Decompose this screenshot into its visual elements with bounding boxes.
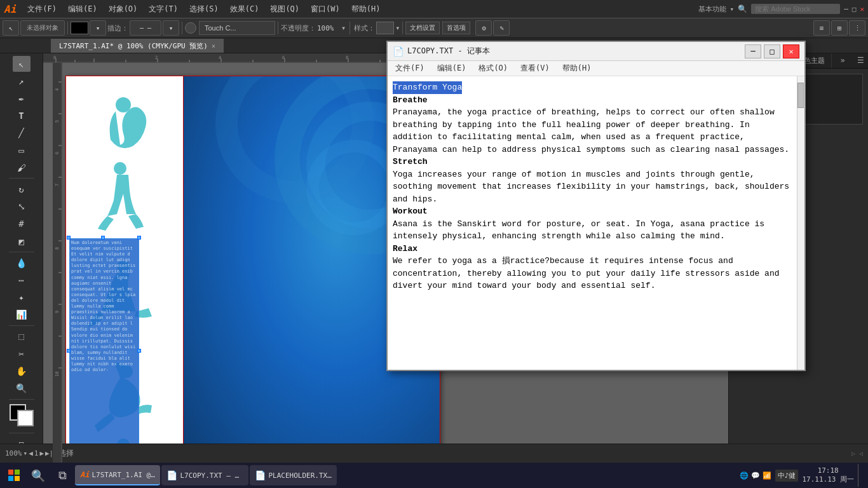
rotate-tool[interactable]: ↻	[13, 181, 31, 197]
show-desktop-btn[interactable]	[858, 464, 860, 487]
panel-menu-btn[interactable]: ☰	[853, 53, 868, 68]
menu-file[interactable]: 文件(F)	[22, 3, 62, 16]
style-dropdown-icon[interactable]: ▾	[395, 24, 400, 32]
ime-indicator[interactable]: 中♪健	[775, 470, 799, 482]
preferences-btn[interactable]: 首选项	[442, 22, 470, 34]
canvas-text-overlay[interactable]: Num doloreetum veni esequam ver suscipis…	[69, 238, 139, 469]
system-icons: 🌐 💬 📶	[740, 471, 771, 480]
selection-handle-ml	[67, 349, 71, 353]
nav-prev[interactable]: ◀	[29, 449, 33, 458]
eyedropper-tool[interactable]: 💧	[13, 255, 31, 271]
tab-title: L7START_1.AI* @ 100% (CMYK/GPU 预览)	[59, 41, 208, 51]
stroke-dropdown[interactable]: ▾	[90, 20, 106, 36]
style-label: 样式：	[354, 24, 375, 33]
chat-icon[interactable]: 💬	[751, 471, 760, 480]
notepad-close-btn[interactable]: ✕	[783, 44, 799, 58]
notepad-scrollbar[interactable]	[797, 76, 804, 370]
type-tool[interactable]: T	[13, 108, 31, 124]
start-button[interactable]	[3, 464, 25, 487]
symbol-tool[interactable]: ✦	[13, 289, 31, 305]
menu-edit[interactable]: 编辑(E)	[63, 3, 102, 16]
extra-tool-1[interactable]: ⚙	[475, 20, 492, 36]
menu-window[interactable]: 窗口(W)	[306, 3, 345, 16]
direct-select-tool[interactable]: ↗	[13, 73, 31, 89]
menu-select[interactable]: 选择(S)	[184, 3, 224, 16]
stock-search-input[interactable]	[751, 4, 840, 14]
menu-object[interactable]: 对象(O)	[104, 3, 143, 16]
doc-settings-btn[interactable]: 文档设置	[405, 22, 440, 34]
shape-tool[interactable]: ▭	[13, 142, 31, 158]
svg-rect-48	[15, 476, 20, 481]
tab-close-btn[interactable]: ×	[212, 43, 215, 50]
notepad-breathe-heading: Breathe	[393, 95, 428, 105]
scale-tool[interactable]: ⤡	[13, 199, 31, 215]
system-clock[interactable]: 17:18 17.11.13 周一	[802, 466, 854, 485]
style-box[interactable]	[376, 22, 394, 34]
opacity-dropdown-icon[interactable]: ▾	[341, 24, 346, 32]
line-tool[interactable]: ╱	[13, 125, 31, 141]
tool-group-select: ↖ 未选择对象	[3, 20, 65, 36]
notepad-taskbar-app[interactable]: 📄 L7COPY.TXT – 记...	[161, 465, 248, 485]
document-tab[interactable]: L7START_1.AI* @ 100% (CMYK/GPU 预览) ×	[51, 39, 224, 53]
background-color[interactable]	[17, 410, 34, 426]
svg-point-41	[114, 162, 126, 175]
stroke-weight-dropdown[interactable]: ▾	[163, 20, 179, 36]
select-tool-btn[interactable]: ↖	[3, 20, 19, 36]
notepad-text-area[interactable]: Transform Yoga Breathe Pranayama, the yo…	[388, 76, 797, 370]
stroke-color-box[interactable]	[71, 22, 88, 34]
pen-tool[interactable]: ✒	[13, 90, 31, 106]
notepad-controls: ─ □ ✕	[745, 44, 799, 58]
hand-tool[interactable]: ✋	[13, 363, 31, 379]
notepad-menu-view[interactable]: 查看(V)	[515, 62, 555, 75]
ai-logo: Ai	[4, 3, 16, 15]
zoom-dropdown[interactable]: ▾	[24, 449, 28, 458]
nav-next[interactable]: ▶	[39, 449, 44, 458]
options-btn[interactable]: ⋮	[849, 20, 865, 36]
wifi-icon[interactable]: 📶	[763, 471, 771, 480]
search-taskbar-btn[interactable]: 🔍	[27, 464, 50, 487]
selection-handle-tl	[67, 236, 71, 240]
mesh-tool[interactable]: #	[13, 216, 31, 232]
align-btn[interactable]: ≡	[813, 20, 830, 36]
menu-view[interactable]: 视图(Q)	[265, 3, 304, 16]
close-icon[interactable]: ✕	[860, 5, 864, 13]
zoom-tool[interactable]: 🔍	[13, 380, 31, 396]
slice-tool[interactable]: ✂	[13, 346, 31, 362]
notepad-menu-file[interactable]: 文件(F)	[390, 62, 430, 75]
task-view-btn[interactable]: ⧉	[51, 464, 74, 487]
svg-text:6: 6	[282, 55, 285, 60]
blend-tool[interactable]: ⋯	[13, 272, 31, 288]
notepad-menu-edit[interactable]: 编辑(E)	[432, 62, 471, 75]
basic-function-label[interactable]: 基本功能	[698, 4, 726, 14]
menu-text[interactable]: 文字(T)	[144, 3, 183, 16]
scroll-thumb[interactable]	[797, 83, 804, 108]
placeholder-taskbar-app[interactable]: 📄 PLACEHOLDER.TX...	[250, 465, 337, 485]
panel-expand-btn[interactable]: »	[836, 53, 848, 68]
dropdown-icon: ▾	[730, 5, 735, 13]
minimize-icon[interactable]: ─	[844, 5, 848, 13]
gradient-tool[interactable]: ◩	[13, 233, 31, 249]
artboard[interactable]: Num doloreetum veni esequam ver suscipis…	[65, 76, 440, 469]
menu-effect[interactable]: 效果(C)	[225, 3, 264, 16]
page-number: 1	[34, 449, 39, 458]
notepad-menu-help[interactable]: 帮助(H)	[557, 62, 597, 75]
extra-tool-2[interactable]: ✎	[493, 20, 510, 36]
opacity-value[interactable]: 100%	[317, 24, 340, 32]
stroke-weight-btn[interactable]: ─ ─	[130, 20, 161, 36]
notepad-menu-format[interactable]: 格式(O)	[473, 62, 513, 75]
clock-time: 17:18	[802, 466, 854, 475]
globe-icon[interactable]: 🌐	[740, 471, 749, 480]
menu-help[interactable]: 帮助(H)	[346, 3, 386, 16]
arrange-btn[interactable]: ⊞	[831, 20, 848, 36]
graph-tool[interactable]: 📊	[13, 307, 31, 323]
notepad-minimize-btn[interactable]: ─	[745, 44, 761, 58]
brush-tool[interactable]: 🖌	[13, 159, 31, 175]
selection-tool[interactable]: ↖	[13, 56, 31, 72]
zoom-value[interactable]: 100%	[5, 449, 22, 458]
maximize-icon[interactable]: □	[852, 5, 857, 13]
artboard-tool[interactable]: ⬚	[13, 329, 31, 344]
touch-select[interactable]: Touch C...	[199, 21, 275, 35]
clock-date: 17.11.13 周一	[802, 475, 854, 484]
ai-taskbar-app[interactable]: Ai L7START_1.AI @ ...	[75, 465, 160, 485]
notepad-maximize-btn[interactable]: □	[764, 44, 780, 58]
